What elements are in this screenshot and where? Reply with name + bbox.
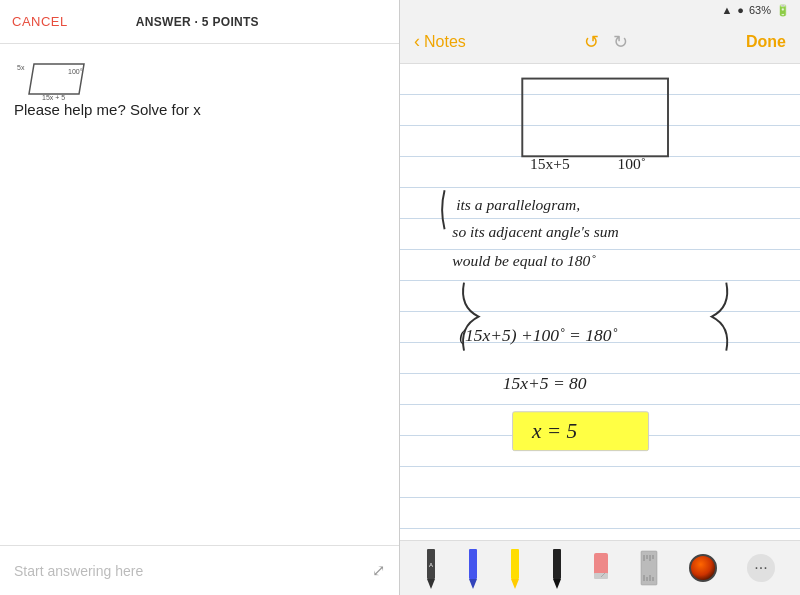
signal-icon: ● [737,4,744,16]
eraser-tool[interactable] [593,547,609,589]
svg-marker-15 [427,579,435,589]
svg-rect-26 [641,551,657,585]
pen-a-tool[interactable]: A [425,547,437,589]
pen-dark-tool[interactable] [551,547,563,589]
svg-rect-19 [511,549,519,579]
battery-label: 63% [749,4,771,16]
cancel-button[interactable]: CANCEL [12,14,68,29]
svg-text:so its adjacent angle's sum: so its adjacent angle's sum [452,223,618,240]
handwritten-notes: 15x+5 100˚ its a parallelogram, so its a… [400,64,800,540]
left-panel: CANCEL ANSWER · 5 POINTS 15x + 5 100° 5x… [0,0,400,595]
question-text: Please help me? Solve for x [14,101,385,118]
svg-marker-18 [469,579,477,589]
status-bar: ▲ ● 63% 🔋 [400,0,800,20]
svg-text:15x + 5: 15x + 5 [42,94,65,101]
notes-toolbar: A [400,540,800,595]
svg-text:5x: 5x [17,64,25,71]
svg-text:100°: 100° [68,68,83,75]
expand-icon[interactable]: ⤢ [372,561,385,580]
svg-text:(15x+5) +100˚ = 180˚: (15x+5) +100˚ = 180˚ [459,325,617,345]
answer-input-placeholder[interactable]: Start answering here [14,563,143,579]
svg-text:x = 5: x = 5 [531,419,578,443]
svg-marker-22 [553,579,561,589]
more-icon: ··· [747,554,775,582]
pen-yellow-tool[interactable] [509,547,521,589]
lined-paper: 15x+5 100˚ its a parallelogram, so its a… [400,64,800,540]
redo-icon[interactable]: ↻ [613,31,628,53]
svg-text:A: A [429,562,433,568]
svg-rect-21 [553,549,561,579]
battery-icon: 🔋 [776,4,790,17]
pen-b-tool[interactable] [467,547,479,589]
notes-actions: ↺ ↻ [584,31,628,53]
right-panel: ▲ ● 63% 🔋 ‹ Notes ↺ ↻ Done 15x+5 100˚ [400,0,800,595]
undo-icon[interactable]: ↺ [584,31,599,53]
svg-text:15x+5 = 80: 15x+5 = 80 [503,373,587,393]
color-picker[interactable] [689,554,717,582]
ruler-tool[interactable] [639,547,659,589]
svg-rect-24 [594,573,608,579]
question-image: 15x + 5 100° 5x [14,56,94,101]
svg-marker-20 [511,579,519,589]
wifi-icon: ▲ [721,4,732,16]
svg-text:15x+5: 15x+5 [530,155,570,172]
svg-rect-23 [594,553,608,575]
notes-back-button[interactable]: ‹ Notes [414,32,466,52]
left-header: CANCEL ANSWER · 5 POINTS [0,0,399,44]
left-content: 15x + 5 100° 5x Please help me? Solve fo… [0,44,399,545]
answer-header-title: ANSWER · 5 POINTS [136,15,259,29]
svg-text:would be equal to 180˚: would be equal to 180˚ [452,252,596,269]
notes-header: ‹ Notes ↺ ↻ Done [400,20,800,64]
left-footer: Start answering here ⤢ [0,545,399,595]
color-circle [689,554,717,582]
svg-rect-17 [469,549,477,579]
svg-text:100˚: 100˚ [617,155,645,172]
more-button[interactable]: ··· [747,554,775,582]
svg-rect-4 [522,79,668,157]
done-button[interactable]: Done [746,33,786,51]
svg-text:its a parallelogram,: its a parallelogram, [456,196,580,213]
back-chevron-icon: ‹ [414,31,420,52]
notes-body: 15x+5 100˚ its a parallelogram, so its a… [400,64,800,540]
back-label: Notes [424,33,466,51]
